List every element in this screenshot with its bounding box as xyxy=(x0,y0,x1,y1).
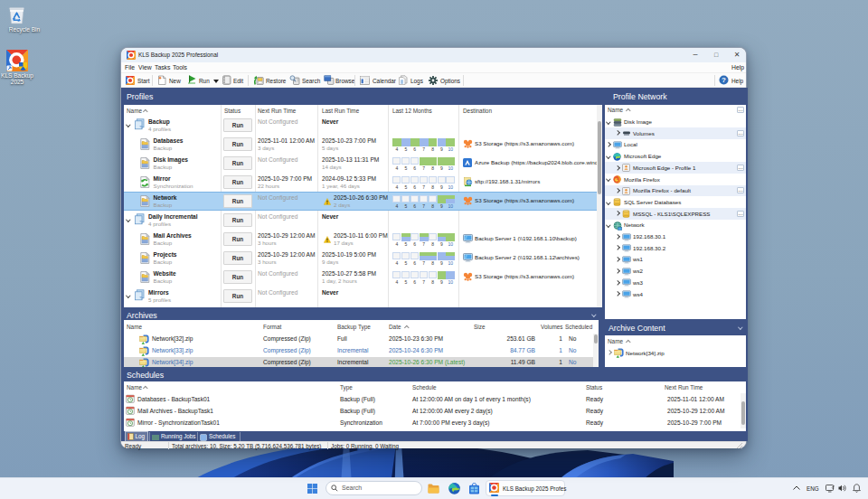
svg-text:?: ? xyxy=(722,76,726,84)
